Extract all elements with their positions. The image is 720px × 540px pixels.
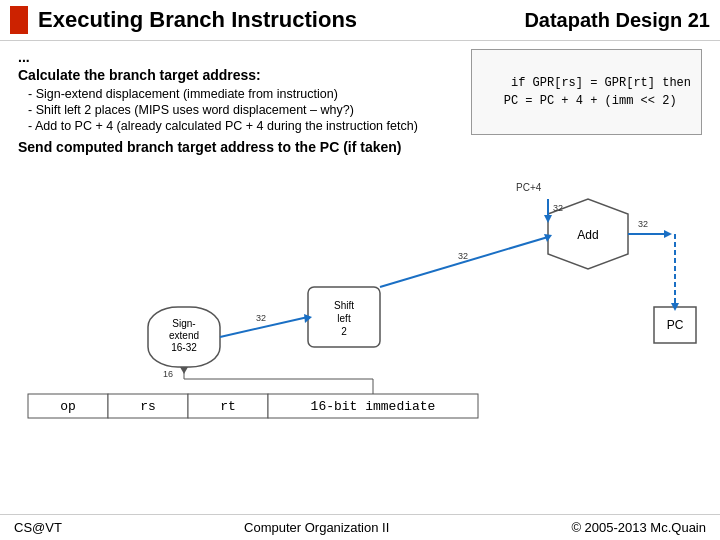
footer: CS@VT Computer Organization II © 2005-20… [0, 514, 720, 540]
svg-text:Sign-: Sign- [172, 318, 195, 329]
svg-text:left: left [337, 313, 351, 324]
svg-text:Add: Add [577, 228, 598, 242]
svg-text:op: op [60, 399, 76, 414]
page-title: Executing Branch Instructions [38, 7, 524, 33]
svg-text:32: 32 [458, 251, 468, 261]
svg-marker-23 [180, 367, 188, 374]
accent-bar [10, 6, 28, 34]
page-subtitle: Datapath Design 21 [524, 9, 710, 32]
content-area: if GPR[rs] = GPR[rt] then PC = PC + 4 + … [0, 41, 720, 433]
subtitle-text: Datapath Design [524, 9, 682, 31]
svg-text:rt: rt [220, 399, 236, 414]
svg-text:PC: PC [667, 318, 684, 332]
subtitle-num: 21 [688, 9, 710, 31]
svg-text:16-32: 16-32 [171, 342, 197, 353]
header: Executing Branch Instructions Datapath D… [0, 0, 720, 41]
footer-right: © 2005-2013 Mc.Quain [571, 520, 706, 535]
diagram-svg: op rs rt 16-bit immediate Sign- extend 1… [18, 159, 706, 429]
svg-text:32: 32 [553, 203, 563, 213]
footer-center: Computer Organization II [244, 520, 389, 535]
svg-text:PC+4: PC+4 [516, 182, 542, 193]
code-line2: PC = PC + 4 + (imm << 2) [482, 94, 676, 108]
svg-text:2: 2 [341, 326, 347, 337]
svg-text:Shift: Shift [334, 300, 354, 311]
svg-line-28 [380, 237, 548, 287]
svg-text:16: 16 [163, 369, 173, 379]
svg-text:16-bit immediate: 16-bit immediate [311, 399, 436, 414]
svg-text:rs: rs [140, 399, 156, 414]
svg-marker-36 [664, 230, 672, 238]
svg-text:extend: extend [169, 330, 199, 341]
footer-left: CS@VT [14, 520, 62, 535]
svg-text:32: 32 [256, 313, 266, 323]
diagram: op rs rt 16-bit immediate Sign- extend 1… [18, 159, 706, 429]
code-line1: if GPR[rs] = GPR[rt] then [511, 76, 691, 90]
code-box: if GPR[rs] = GPR[rt] then PC = PC + 4 + … [471, 49, 702, 135]
send-line: Send computed branch target address to t… [18, 139, 702, 155]
svg-text:32: 32 [638, 219, 648, 229]
